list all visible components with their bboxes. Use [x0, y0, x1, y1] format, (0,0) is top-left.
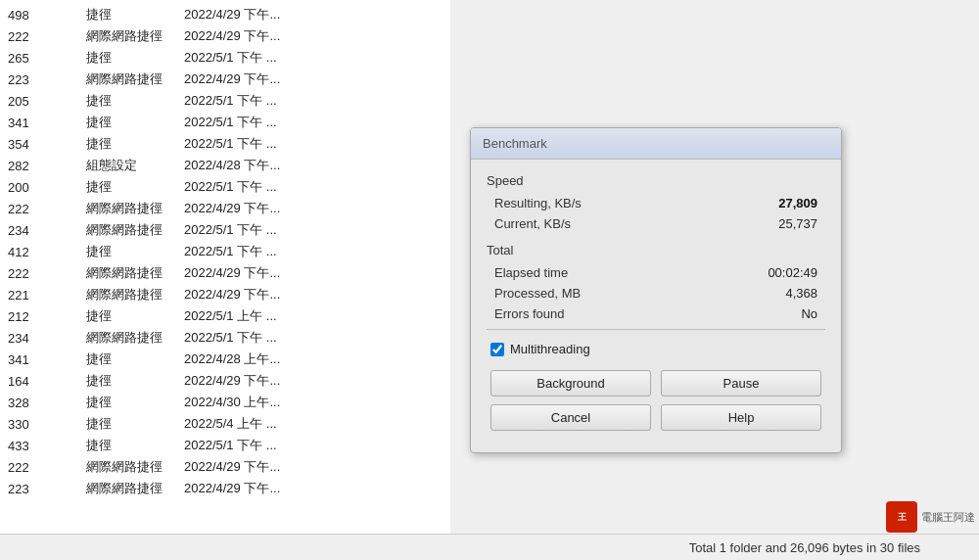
table-row[interactable]: 212 捷徑 2022/5/1 上午 ...: [0, 305, 450, 327]
errors-value: No: [801, 306, 817, 321]
table-row[interactable]: 354 捷徑 2022/5/1 下午 ...: [0, 133, 450, 155]
row-type: 捷徑: [78, 413, 176, 435]
status-text: Total 1 folder and 26,096 bytes in 30 fi…: [689, 540, 920, 555]
table-row[interactable]: 223 網際網路捷徑 2022/4/29 下午...: [0, 478, 450, 499]
row-type: 網際網路捷徑: [78, 262, 176, 284]
table-row[interactable]: 234 網際網路捷徑 2022/5/1 下午 ...: [0, 219, 450, 241]
watermark: 王 電腦王阿達: [886, 501, 975, 533]
background-button[interactable]: Background: [490, 370, 651, 397]
row-date: 2022/4/29 下午...: [176, 4, 450, 25]
total-section-label: Total: [487, 243, 825, 257]
multithreading-row[interactable]: Multithreading: [487, 342, 825, 356]
elapsed-row: Elapsed time 00:02:49: [487, 263, 825, 282]
row-type: 捷徑: [78, 241, 176, 262]
table-row[interactable]: 221 網際網路捷徑 2022/4/29 下午...: [0, 284, 450, 305]
table-row[interactable]: 330 捷徑 2022/5/4 上午 ...: [0, 413, 450, 435]
row-id: 164: [0, 370, 78, 392]
table-row[interactable]: 412 捷徑 2022/5/1 下午 ...: [0, 241, 450, 262]
dialog-title: Benchmark: [471, 128, 841, 160]
elapsed-value: 00:02:49: [768, 265, 817, 280]
row-type: 捷徑: [78, 112, 176, 133]
dialog-content: Speed Resulting, KB/s 27,809 Current, KB…: [471, 160, 841, 452]
row-id: 341: [0, 349, 78, 370]
table-row[interactable]: 223 網際網路捷徑 2022/4/29 下午...: [0, 69, 450, 90]
row-type: 捷徑: [78, 4, 176, 25]
row-type: 網際網路捷徑: [78, 69, 176, 90]
table-row[interactable]: 222 網際網路捷徑 2022/4/29 下午...: [0, 456, 450, 478]
row-id: 282: [0, 155, 78, 176]
table-row[interactable]: 164 捷徑 2022/4/29 下午...: [0, 370, 450, 392]
pause-button[interactable]: Pause: [661, 370, 821, 397]
row-type: 網際網路捷徑: [78, 219, 176, 241]
benchmark-dialog: Benchmark Speed Resulting, KB/s 27,809 C…: [470, 127, 842, 453]
processed-row: Processed, MB 4,368: [487, 284, 825, 303]
table-row[interactable]: 498 捷徑 2022/4/29 下午...: [0, 4, 450, 25]
current-value: 25,737: [778, 216, 817, 231]
row-date: 2022/5/1 下午 ...: [176, 176, 450, 198]
table-row[interactable]: 222 網際網路捷徑 2022/4/29 下午...: [0, 25, 450, 47]
secondary-button-row: Cancel Help: [487, 404, 825, 431]
row-type: 捷徑: [78, 370, 176, 392]
processed-label: Processed, MB: [494, 286, 581, 301]
row-type: 捷徑: [78, 435, 176, 456]
file-list: 498 捷徑 2022/4/29 下午... 222 網際網路捷徑 2022/4…: [0, 0, 450, 534]
row-id: 222: [0, 262, 78, 284]
row-type: 捷徑: [78, 349, 176, 370]
resulting-row: Resulting, KB/s 27,809: [487, 194, 825, 212]
row-date: 2022/4/29 下午...: [176, 478, 450, 499]
row-date: 2022/4/29 下午...: [176, 284, 450, 305]
row-type: 網際網路捷徑: [78, 198, 176, 219]
primary-button-row: Background Pause: [487, 370, 825, 397]
row-id: 205: [0, 90, 78, 112]
row-date: 2022/4/29 下午...: [176, 262, 450, 284]
row-type: 網際網路捷徑: [78, 478, 176, 499]
row-id: 221: [0, 284, 78, 305]
row-id: 222: [0, 25, 78, 47]
row-id: 234: [0, 327, 78, 349]
processed-value: 4,368: [785, 286, 817, 301]
watermark-text: 電腦王阿達: [921, 510, 975, 525]
row-id: 222: [0, 456, 78, 478]
row-id: 234: [0, 219, 78, 241]
row-date: 2022/4/28 上午...: [176, 349, 450, 370]
row-date: 2022/5/1 下午 ...: [176, 219, 450, 241]
row-date: 2022/5/1 下午 ...: [176, 90, 450, 112]
row-id: 328: [0, 392, 78, 413]
multithreading-checkbox[interactable]: [490, 343, 504, 356]
table-row[interactable]: 222 網際網路捷徑 2022/4/29 下午...: [0, 262, 450, 284]
table-row[interactable]: 205 捷徑 2022/5/1 下午 ...: [0, 90, 450, 112]
row-id: 498: [0, 4, 78, 25]
help-button[interactable]: Help: [661, 404, 821, 431]
table-row[interactable]: 282 組態設定 2022/4/28 下午...: [0, 155, 450, 176]
cancel-button[interactable]: Cancel: [490, 404, 651, 431]
row-date: 2022/5/1 下午 ...: [176, 327, 450, 349]
table-row[interactable]: 341 捷徑 2022/4/28 上午...: [0, 349, 450, 370]
row-date: 2022/5/1 下午 ...: [176, 241, 450, 262]
row-id: 341: [0, 112, 78, 133]
status-bar: Total 1 folder and 26,096 bytes in 30 fi…: [0, 534, 979, 560]
table-row[interactable]: 234 網際網路捷徑 2022/5/1 下午 ...: [0, 327, 450, 349]
file-table: 498 捷徑 2022/4/29 下午... 222 網際網路捷徑 2022/4…: [0, 4, 450, 499]
table-row[interactable]: 328 捷徑 2022/4/30 上午...: [0, 392, 450, 413]
row-date: 2022/5/1 上午 ...: [176, 305, 450, 327]
table-row[interactable]: 265 捷徑 2022/5/1 下午 ...: [0, 47, 450, 69]
row-type: 捷徑: [78, 90, 176, 112]
row-id: 200: [0, 176, 78, 198]
current-row: Current, KB/s 25,737: [487, 214, 825, 233]
multithreading-label: Multithreading: [510, 342, 590, 356]
row-type: 捷徑: [78, 47, 176, 69]
row-id: 412: [0, 241, 78, 262]
row-id: 212: [0, 305, 78, 327]
table-row[interactable]: 222 網際網路捷徑 2022/4/29 下午...: [0, 198, 450, 219]
row-id: 433: [0, 435, 78, 456]
row-date: 2022/4/29 下午...: [176, 25, 450, 47]
table-row[interactable]: 341 捷徑 2022/5/1 下午 ...: [0, 112, 450, 133]
row-date: 2022/4/29 下午...: [176, 69, 450, 90]
table-row[interactable]: 433 捷徑 2022/5/1 下午 ...: [0, 435, 450, 456]
table-row[interactable]: 200 捷徑 2022/5/1 下午 ...: [0, 176, 450, 198]
row-date: 2022/4/29 下午...: [176, 456, 450, 478]
current-label: Current, KB/s: [494, 216, 571, 231]
row-date: 2022/5/1 下午 ...: [176, 133, 450, 155]
row-date: 2022/4/28 下午...: [176, 155, 450, 176]
elapsed-label: Elapsed time: [494, 265, 568, 280]
